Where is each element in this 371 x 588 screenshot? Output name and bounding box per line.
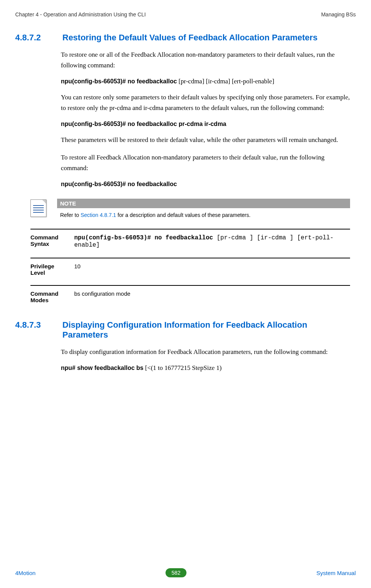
note-icon [30,199,46,217]
command-args: [pr-cdma] [ir-cdma] [ert-poll-enable] [177,78,274,85]
spec-row-modes: Command Modes bs configuration mode [30,285,350,312]
section-number: 4.8.7.2 [15,33,61,43]
paragraph: You can restore only some parameters to … [61,92,350,113]
spec-row-priv: Privilege Level 10 [30,258,350,285]
note-block: NOTE Refer to Section 4.8.7.1 for a desc… [30,199,350,221]
spec-row-syntax: Command Syntax npu(config-bs-66053)# no … [30,229,350,258]
spec-label: Command Modes [30,290,74,303]
paragraph: These parameters will be restored to the… [61,135,350,145]
section-heading: 4.8.7.2 Restoring the Default Values of … [15,33,356,43]
command-line: npu# show feedbackalloc bs [<(1 to 16777… [61,364,350,372]
command-bold: npu(config-bs-66053)# no feedbackalloc [61,78,177,84]
footer-left: 4Motion [15,570,35,576]
note-text-pre: Refer to [60,212,81,218]
command-bold: npu(config-bs-66053)# no feedbackalloc [61,181,177,187]
command-bold: npu# show feedbackalloc bs [61,365,143,371]
spec-value: 10 [74,263,350,276]
footer-page-number: 582 [166,568,186,577]
spec-label: Command Syntax [30,234,74,249]
spec-table: Command Syntax npu(config-bs-66053)# no … [30,229,350,312]
spec-label: Privilege Level [30,263,74,276]
section-title: Displaying Configuration Information for… [62,320,336,340]
footer-right: System Manual [317,570,356,576]
note-text: Refer to Section 4.8.7.1 for a descripti… [57,208,350,221]
note-link[interactable]: Section 4.8.7.1 [81,212,116,218]
section-title: Restoring the Default Values of Feedback… [62,33,336,43]
paragraph: To restore one or all of the Feedback Al… [61,49,350,71]
note-title: NOTE [57,199,350,208]
paragraph: To display configuration information for… [61,347,350,357]
spec-value: bs configuration mode [74,290,350,303]
header-right: Managing BSs [321,11,356,18]
section-heading: 4.8.7.3 Displaying Configuration Informa… [15,320,356,340]
page-footer: 4Motion 582 System Manual [15,568,356,577]
command-line: npu(config-bs-66053)# no feedbackalloc [… [61,78,350,85]
syntax-bold: npu(config-bs-66053)# no feedbackalloc [74,234,213,241]
header-left: Chapter 4 - Operation and Administration… [15,11,146,18]
command-line: npu(config-bs-66053)# no feedbackalloc [61,180,350,188]
page-header: Chapter 4 - Operation and Administration… [15,11,356,18]
command-line: npu(config-bs-66053)# no feedbackalloc p… [61,120,350,128]
spec-value: npu(config-bs-66053)# no feedbackalloc [… [74,234,350,249]
command-bold: npu(config-bs-66053)# no feedbackalloc p… [61,121,226,127]
note-text-post: for a description and default values of … [116,212,250,218]
paragraph: To restore all Feedback Allocation non-m… [61,152,350,174]
section-number: 4.8.7.3 [15,320,61,330]
command-args: [<(1 to 16777215 StepSize 1) [143,364,222,371]
